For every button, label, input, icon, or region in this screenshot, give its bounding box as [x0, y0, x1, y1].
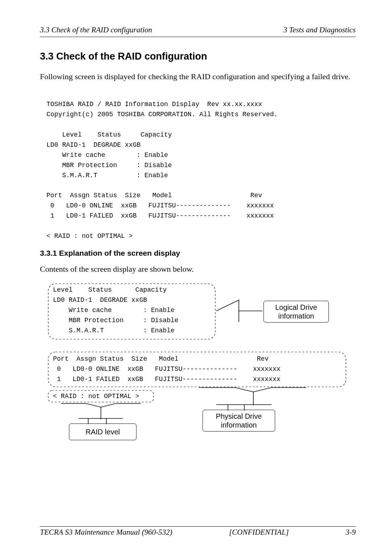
diag-mid-header: Port Assgn Status Size Model Rev	[53, 355, 269, 362]
logical-drive-label: Logical Drive information	[264, 301, 329, 323]
section-title: 3.3 Check of the RAID configuration	[40, 51, 356, 62]
physical-drive-label-2: information	[204, 421, 273, 429]
console-line: MBR Protection : Disable	[46, 162, 172, 169]
console-line: TOSHIBA RAID / RAID Information Display …	[46, 101, 262, 108]
header-left: 3.3 Check of the RAID configuration	[40, 25, 152, 35]
diag-top-wc: Write cache : Enable	[53, 307, 175, 314]
footer-rule	[40, 526, 356, 527]
subsection-paragraph: Contents of the screen display are shown…	[40, 264, 356, 274]
diag-raid-line: < RAID : not OPTIMAL >	[53, 393, 139, 400]
diag-mid-row1: 1 LD0-1 FAILED xxGB FUJITSU-------------…	[53, 376, 281, 383]
header-right: 3 Tests and Diagnostics	[283, 25, 356, 35]
raid-level-label: RAID level	[69, 424, 136, 440]
footer-left: TECRA S3 Maintenance Manual (960-532)	[40, 528, 172, 537]
diag-top-header: Level Status Capacity	[53, 286, 167, 293]
intro-paragraph: Following screen is displayed for checki…	[40, 72, 356, 82]
physical-drive-label-1: Physical Drive	[204, 412, 273, 421]
subsection-title: 3.3.1 Explanation of the screen display	[40, 249, 356, 258]
footer-right: 3-9	[346, 528, 356, 537]
console-line: Level Status Capacity	[46, 131, 172, 138]
console-line: Port Assgn Status Size Model Rev	[46, 192, 262, 199]
console-block: TOSHIBA RAID / RAID Information Display …	[46, 90, 356, 242]
console-line: < RAID : not OPTIMAL >	[46, 232, 133, 240]
header-rule	[40, 37, 356, 37]
logical-drive-label-1: Logical Drive	[265, 303, 327, 312]
diag-top-smart: S.M.A.R.T : Enable	[53, 327, 175, 334]
console-line: S.M.A.R.T : Enable	[46, 172, 168, 179]
console-line: 0 LD0-0 ONLINE xxGB FUJITSU-------------…	[46, 202, 274, 209]
diagram: Level Status Capacity LD0 RAID-1 DEGRADE…	[46, 282, 356, 458]
raid-level-label-text: RAID level	[71, 428, 135, 436]
console-line: Write cache : Enable	[46, 151, 168, 159]
console-line: 1 LD0-1 FAILED xxGB FUJITSU-------------…	[46, 212, 274, 219]
physical-drive-label: Physical Drive information	[203, 410, 275, 432]
footer: TECRA S3 Maintenance Manual (960-532) [C…	[40, 528, 356, 537]
running-header: 3.3 Check of the RAID configuration 3 Te…	[40, 25, 356, 35]
diag-top-ld0: LD0 RAID-1 DEGRADE xxGB	[53, 296, 147, 304]
footer-center: [CONFIDENTIAL]	[229, 528, 289, 537]
console-line: Copyright(c) 2005 TOSHIBA CORPORATION. A…	[46, 111, 278, 118]
diag-mid-row0: 0 LD0-0 ONLINE xxGB FUJITSU-------------…	[53, 365, 281, 373]
logical-drive-label-2: information	[265, 312, 327, 320]
diag-top-mbr: MBR Protection : Disable	[53, 317, 179, 324]
console-line: LD0 RAID-1 DEGRADE xxGB	[46, 141, 140, 149]
